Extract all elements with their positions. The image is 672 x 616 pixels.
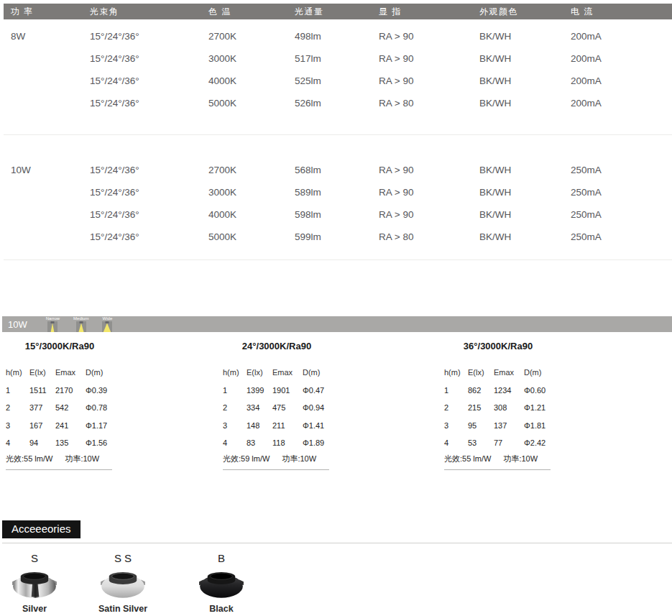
- spec-cell: 15°/24°/36°: [83, 75, 201, 86]
- spec-cell: 2700K: [201, 165, 287, 175]
- photometric-cell: 135: [55, 438, 86, 447]
- photometric-cell: 4: [223, 438, 247, 447]
- photometric-cell: 53: [468, 438, 494, 447]
- efficacy-value: 光效:59 lm/W: [223, 454, 270, 464]
- photometric-cell: 2: [444, 403, 468, 412]
- spec-cell: BK/WH: [472, 75, 563, 86]
- photometric-column-header: E(lx): [468, 368, 494, 377]
- spec-cell: RA > 90: [372, 31, 472, 42]
- photometric-cell: 95: [468, 421, 494, 430]
- spec-cell: 200mA: [563, 53, 672, 64]
- photometric-cell: 475: [272, 403, 303, 412]
- photometric-cell: 1: [6, 386, 29, 395]
- photometric-column-header: h(m): [223, 368, 247, 377]
- spec-cell: RA > 90: [372, 165, 472, 175]
- power-cell: 10W: [4, 165, 83, 175]
- medium-beam-icon: [76, 321, 86, 332]
- spec-column-header: 显 指: [372, 6, 472, 18]
- photometric-cell: 1: [444, 386, 468, 395]
- spec-row: 15°/24°/36°5000K599lmRA > 80BK/WH250mA: [4, 226, 672, 248]
- photometric-table: 24°/3000K/Ra90h(m)E(lx)EmaxD(m)113991901…: [223, 341, 331, 470]
- power-cell: 8W: [4, 31, 83, 42]
- spec-cell: RA > 90: [372, 209, 472, 220]
- photometric-column-header: Emax: [494, 368, 524, 377]
- beam-label: Wide: [103, 316, 113, 321]
- photometric-column-header: D(m): [303, 368, 331, 377]
- photometric-cell: 77: [494, 438, 524, 447]
- photometric-column-header: E(lx): [247, 368, 272, 377]
- photometric-cell: Φ0.78: [86, 403, 114, 412]
- photometric-cell: Φ1.41: [303, 421, 331, 430]
- photometric-section: 10W Narrow Medium: [0, 316, 672, 470]
- spec-section: 功 率光束角色 温光通量显 指外观颜色电 流 8W15°/24°/36°2700…: [0, 4, 672, 260]
- spec-cell: 15°/24°/36°: [83, 187, 201, 198]
- beam-label: Narrow: [46, 316, 60, 321]
- photometric-tables: 15°/3000K/Ra90h(m)E(lx)EmaxD(m)115112170…: [6, 341, 672, 470]
- spec-cell: BK/WH: [472, 231, 563, 242]
- spec-cell: RA > 80: [372, 231, 472, 242]
- spec-cell: 200mA: [563, 75, 672, 86]
- photometric-table: 36°/3000K/Ra90h(m)E(lx)EmaxD(m)18621234Φ…: [444, 341, 552, 470]
- photometric-cell: 334: [247, 403, 272, 412]
- spec-cell: 3000K: [201, 187, 287, 198]
- photometric-cell: 3: [444, 421, 468, 430]
- photometric-cell: 215: [468, 403, 494, 412]
- spec-group: 8W15°/24°/36°2700K498lmRA > 90BK/WH200mA…: [4, 19, 672, 135]
- satin-silver-reflector-icon: [100, 569, 146, 600]
- photometric-cell: 1234: [494, 386, 524, 395]
- photometric-cell: 2170: [55, 386, 86, 395]
- spec-column-header: 外观颜色: [472, 6, 563, 18]
- spec-cell: 526lm: [287, 98, 372, 109]
- photometric-cell: 2: [223, 403, 247, 412]
- beam-angle-icons: Narrow Medium Wide: [46, 316, 113, 332]
- spec-cell: 15°/24°/36°: [83, 53, 201, 64]
- spec-row: 8W15°/24°/36°2700K498lmRA > 90BK/WH200mA: [4, 25, 672, 47]
- photometric-cell: Φ1.21: [524, 403, 552, 412]
- spec-cell: 15°/24°/36°: [83, 98, 201, 109]
- photometric-table-title: 24°/3000K/Ra90: [223, 341, 331, 351]
- spec-cell: BK/WH: [472, 165, 563, 175]
- spec-cell: BK/WH: [472, 31, 563, 42]
- photometric-cell: 542: [55, 403, 86, 412]
- photometric-cell: Φ0.39: [86, 386, 114, 395]
- spec-cell: 200mA: [563, 98, 672, 109]
- photometric-cell: Φ0.47: [303, 386, 331, 395]
- spec-cell: BK/WH: [472, 187, 563, 198]
- photometric-column-header: h(m): [444, 368, 468, 377]
- photometric-cell: 94: [29, 438, 55, 447]
- photometric-footer: 光效:55 lm/W功率:10W: [444, 452, 551, 470]
- photometric-footer: 光效:59 lm/W功率:10W: [223, 452, 329, 470]
- photometric-cell: 167: [29, 421, 55, 430]
- spec-cell: 589lm: [287, 187, 372, 198]
- spec-cell: 2700K: [201, 31, 287, 42]
- accessory-code: S: [31, 552, 38, 566]
- beam-option-medium: Medium: [73, 316, 88, 332]
- spec-cell: RA > 90: [372, 187, 472, 198]
- power-value: 功率:10W: [282, 454, 316, 464]
- spec-header-row: 功 率光束角色 温光通量显 指外观颜色电 流: [4, 4, 672, 19]
- beam-option-narrow: Narrow: [46, 316, 60, 332]
- narrow-beam-icon: [47, 321, 57, 332]
- photometric-column-header: h(m): [6, 368, 29, 377]
- beam-option-wide: Wide: [102, 316, 112, 332]
- photometric-power-label: 10W: [8, 319, 27, 330]
- photometric-cell: 1399: [247, 386, 272, 395]
- spec-cell: 5000K: [201, 231, 287, 242]
- spec-cell: 3000K: [201, 53, 287, 64]
- spec-column-header: 光通量: [287, 6, 372, 18]
- spec-cell: 498lm: [287, 31, 372, 42]
- photometric-cell: 211: [272, 421, 303, 430]
- photometric-cell: Φ1.81: [524, 421, 552, 430]
- spec-row: 10W15°/24°/36°2700K568lmRA > 90BK/WH250m…: [4, 159, 672, 181]
- photometric-cell: 118: [272, 438, 303, 447]
- divider: [2, 543, 672, 543]
- spec-cell: 15°/24°/36°: [83, 231, 201, 242]
- photometric-cell: 3: [223, 421, 247, 430]
- photometric-cell: 1511: [29, 386, 55, 395]
- wide-beam-icon: [102, 321, 112, 332]
- spec-row: 15°/24°/36°4000K598lmRA > 90BK/WH250mA: [4, 203, 672, 226]
- accessory-label: Silver: [22, 604, 47, 614]
- photometric-cell: 1901: [272, 386, 303, 395]
- accessory-label: Satin Silver: [98, 604, 147, 614]
- photometric-column-header: E(lx): [29, 368, 55, 377]
